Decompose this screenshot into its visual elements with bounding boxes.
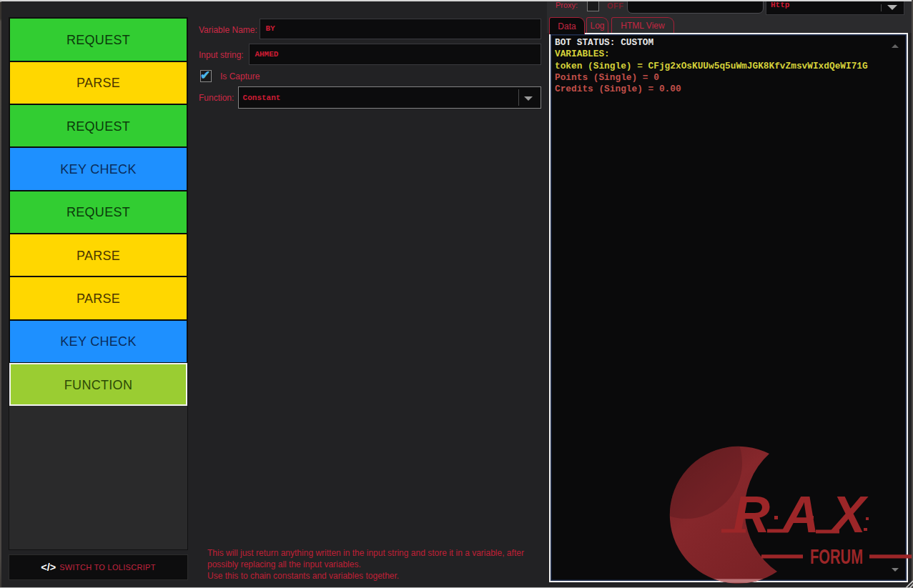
svg-text:RAX: RAX (733, 486, 878, 543)
svg-text:FORUM: FORUM (810, 544, 863, 568)
